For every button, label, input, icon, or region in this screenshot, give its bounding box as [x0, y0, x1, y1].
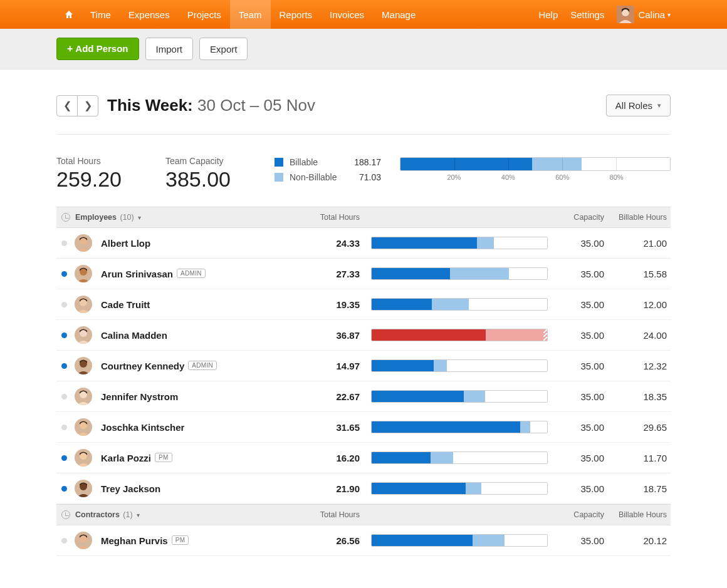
clock-icon: [61, 510, 70, 519]
user-menu[interactable]: Calina ▾: [610, 6, 671, 23]
person-total: 36.87: [291, 330, 360, 341]
summary-bar: [400, 157, 671, 171]
person-billable: 12.32: [604, 361, 667, 371]
nav-invoices[interactable]: Invoices: [321, 0, 373, 29]
person-row[interactable]: Arun Srinivasan ADMIN 27.33 35.00 15.58: [56, 259, 671, 289]
avatar: [617, 6, 634, 23]
person-row[interactable]: Albert Llop 24.33 35.00 21.00: [56, 228, 671, 259]
person-row[interactable]: Trey Jackson 21.90 35.00 18.75: [56, 473, 671, 504]
team-capacity-stat: Team Capacity 385.00: [165, 156, 231, 192]
status-dot: [61, 538, 67, 544]
hours-bar: [371, 534, 548, 547]
chevron-down-icon: ▾: [138, 214, 141, 221]
person-billable: 11.70: [604, 453, 667, 463]
person-capacity: 35.00: [548, 269, 604, 279]
person-name: Arun Srinivasan: [101, 269, 173, 279]
nav-time[interactable]: Time: [81, 0, 120, 29]
person-name: Trey Jackson: [101, 483, 160, 494]
hours-bar: [371, 421, 548, 433]
status-dot: [61, 271, 67, 277]
person-row[interactable]: Karla Pozzi PM 16.20 35.00 11.70: [56, 443, 671, 473]
role-badge: ADMIN: [188, 361, 217, 370]
swatch-nonbillable: [275, 173, 283, 182]
group-header-employees[interactable]: Employees (10) ▾ Total Hours Capacity Bi…: [56, 207, 671, 228]
total-hours-stat: Total Hours 259.20: [56, 156, 122, 192]
status-dot: [61, 394, 67, 400]
nav-manage[interactable]: Manage: [373, 0, 424, 29]
person-name: Karla Pozzi: [101, 453, 151, 463]
person-billable: 21.00: [604, 238, 667, 249]
roles-label: All Roles: [615, 100, 652, 111]
next-week-button[interactable]: ❯: [77, 95, 98, 116]
role-badge: PM: [155, 453, 172, 462]
person-total: 16.20: [291, 453, 360, 463]
person-row[interactable]: Jennifer Nystrom 22.67 35.00 18.35: [56, 381, 671, 412]
group-count: (10): [118, 213, 134, 222]
import-button[interactable]: Import: [145, 38, 194, 60]
person-total: 27.33: [291, 269, 360, 279]
avatar: [75, 418, 92, 436]
person-row[interactable]: Meghan Purvis PM 26.56 35.00 20.12: [56, 525, 671, 556]
legend: Billable 188.17 Non-Billable 71.03: [275, 157, 381, 182]
nav-settings[interactable]: Settings: [564, 0, 610, 29]
person-capacity: 35.00: [548, 361, 604, 371]
person-name: Albert Llop: [101, 238, 150, 249]
billable-amount: 188.17: [354, 157, 381, 167]
nav-reports[interactable]: Reports: [271, 0, 322, 29]
person-name: Cade Truitt: [101, 299, 150, 310]
summary-ticks: 20% 40% 60% 80%: [400, 173, 671, 182]
avatar: [75, 326, 92, 344]
avatar: [75, 234, 92, 252]
summary-bar-wrap: 20% 40% 60% 80%: [400, 157, 671, 182]
capacity-value: 385.00: [165, 167, 231, 192]
total-hours-value: 259.20: [56, 167, 122, 192]
swatch-billable: [275, 158, 283, 167]
hours-bar: [371, 359, 548, 372]
avatar: [75, 265, 92, 282]
group-header-contractors[interactable]: Contractors (1) ▾ Total Hours Capacity B…: [56, 504, 671, 525]
nonbillable-amount: 71.03: [359, 172, 381, 182]
status-dot: [61, 302, 67, 307]
chevron-down-icon: ▾: [137, 512, 140, 518]
nav-projects[interactable]: Projects: [179, 0, 230, 29]
prev-week-button[interactable]: ❮: [56, 95, 78, 116]
person-capacity: 35.00: [548, 238, 604, 249]
avatar: [75, 480, 92, 497]
person-row[interactable]: Courtney Kennedy ADMIN 14.97 35.00 12.32: [56, 351, 671, 381]
home-icon[interactable]: [56, 0, 81, 29]
legend-nonbillable: Non-Billable 71.03: [275, 172, 381, 182]
nav-expenses[interactable]: Expenses: [120, 0, 179, 29]
nav-help[interactable]: Help: [532, 0, 564, 29]
hours-bar: [371, 451, 548, 464]
person-billable: 18.75: [604, 483, 667, 494]
week-header: ❮ ❯ This Week: 30 Oct – 05 Nov All Roles…: [56, 95, 671, 135]
week-title: This Week: 30 Oct – 05 Nov: [107, 96, 315, 115]
person-capacity: 35.00: [548, 422, 604, 433]
roles-dropdown[interactable]: All Roles ▾: [606, 95, 671, 116]
avatar: [75, 296, 92, 313]
nav-team[interactable]: Team: [230, 0, 271, 29]
col-capacity: Capacity: [548, 510, 604, 519]
export-button[interactable]: Export: [199, 38, 248, 60]
person-row[interactable]: Calina Madden 36.87 35.00 24.00: [56, 320, 671, 351]
person-billable: 20.12: [604, 535, 667, 546]
person-name: Courtney Kennedy: [101, 361, 184, 371]
person-name: Joschka Kintscher: [101, 422, 184, 433]
top-nav: TimeExpensesProjectsTeamReportsInvoicesM…: [0, 0, 727, 29]
person-row[interactable]: Joschka Kintscher 31.65 35.00 29.65: [56, 412, 671, 443]
person-capacity: 35.00: [548, 299, 604, 310]
person-name: Jennifer Nystrom: [101, 391, 178, 402]
avatar: [75, 532, 92, 549]
status-dot: [61, 486, 67, 492]
person-billable: 24.00: [604, 330, 667, 341]
status-dot: [61, 333, 67, 338]
add-person-button[interactable]: +Add Person: [56, 38, 139, 60]
col-total-hours: Total Hours: [291, 213, 360, 222]
person-total: 21.90: [291, 483, 360, 494]
person-billable: 15.58: [604, 269, 667, 279]
person-billable: 18.35: [604, 391, 667, 402]
total-hours-label: Total Hours: [56, 156, 122, 166]
avatar: [75, 357, 92, 374]
person-row[interactable]: Cade Truitt 19.35 35.00 12.00: [56, 289, 671, 320]
person-capacity: 35.00: [548, 453, 604, 463]
